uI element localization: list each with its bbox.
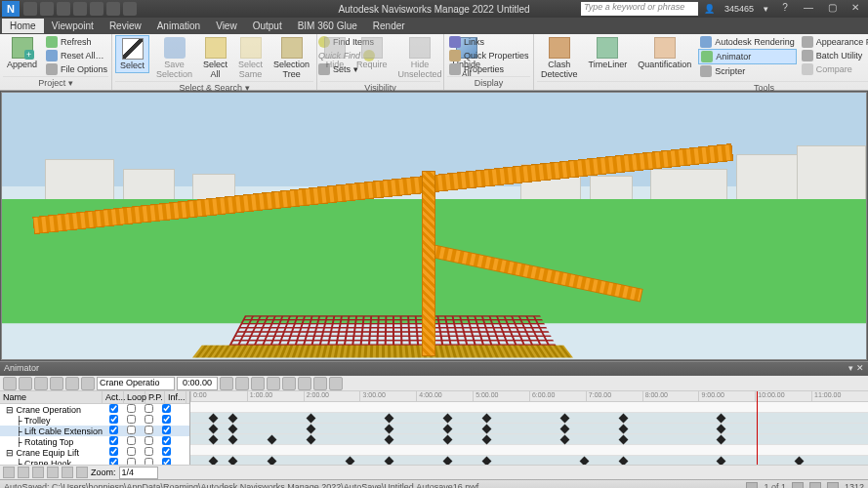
timeline-track[interactable] <box>190 445 868 456</box>
keyframe[interactable] <box>443 457 453 465</box>
keyframe[interactable] <box>482 425 492 434</box>
links-button[interactable]: Links <box>447 35 531 49</box>
compare-button[interactable]: Compare <box>800 62 868 76</box>
keyframe[interactable] <box>385 457 394 465</box>
tree-row[interactable]: ⊟ Crane Operation <box>0 404 189 415</box>
keyframe[interactable] <box>560 425 570 434</box>
keyframe[interactable] <box>619 425 629 434</box>
keyframe[interactable] <box>209 425 219 434</box>
disk-icon[interactable] <box>809 482 821 488</box>
keyframe[interactable] <box>717 414 726 424</box>
user-dropdown-icon[interactable]: ▾ <box>764 4 768 14</box>
tab-bim360[interactable]: BIM 360 Glue <box>290 19 365 33</box>
keyframe[interactable] <box>385 425 394 434</box>
keyframe[interactable] <box>443 425 453 434</box>
rotate-icon[interactable] <box>19 377 32 390</box>
appearance-profiler-button[interactable]: Appearance Profiler <box>800 35 868 49</box>
play-icon[interactable] <box>298 377 311 390</box>
fast-fwd-icon[interactable] <box>329 377 343 390</box>
animator-button[interactable]: Animator <box>698 49 797 64</box>
tab-home[interactable]: Home <box>2 19 44 33</box>
qat-print-icon[interactable] <box>73 2 87 16</box>
reset-all-button[interactable]: Reset All… <box>44 49 109 62</box>
time-display[interactable]: 0:00.00 <box>177 377 218 390</box>
keyframe[interactable] <box>795 457 805 465</box>
tab-animation[interactable]: Animation <box>149 19 208 33</box>
keyframe[interactable] <box>228 435 238 445</box>
tab-output[interactable]: Output <box>245 19 290 33</box>
qat-save-icon[interactable] <box>57 2 70 16</box>
add-camera-icon[interactable] <box>18 467 29 478</box>
step-fwd-icon[interactable] <box>313 377 327 390</box>
timeline-track[interactable] <box>190 402 868 413</box>
keyframe[interactable] <box>346 457 355 465</box>
tree-row[interactable]: ├ Lift Cable Extension <box>0 426 189 436</box>
require-button[interactable]: Require <box>352 35 392 71</box>
properties-button[interactable]: Properties <box>447 62 531 76</box>
scene-selector[interactable]: Crane Operatio <box>97 377 175 390</box>
play-back-icon[interactable] <box>251 377 265 390</box>
select-button[interactable]: Select <box>115 35 149 73</box>
user-icon[interactable]: 👤 <box>704 4 715 14</box>
viewport-3d[interactable] <box>1 92 867 360</box>
keyframe[interactable] <box>385 435 394 445</box>
transparency-icon[interactable] <box>65 377 79 390</box>
keyframe[interactable] <box>619 457 629 465</box>
tab-review[interactable]: Review <box>102 19 149 33</box>
delete-icon[interactable] <box>47 467 59 478</box>
keyframe[interactable] <box>307 414 316 424</box>
hide-button[interactable]: Hide <box>320 35 350 71</box>
scripter-button[interactable]: Scripter <box>698 64 797 78</box>
keyframe[interactable] <box>482 457 492 465</box>
select-all-button[interactable]: Select All <box>199 35 231 81</box>
translate-icon[interactable] <box>3 377 17 390</box>
keyframe[interactable] <box>443 414 453 424</box>
keyframe[interactable] <box>560 414 570 424</box>
move-up-icon[interactable] <box>62 467 73 478</box>
timeliner-button[interactable]: TimeLiner <box>585 35 632 71</box>
save-selection-button[interactable]: Save Selection <box>152 35 196 81</box>
tree-row[interactable]: ├ Trolley <box>0 415 189 426</box>
keyframe[interactable] <box>385 414 394 424</box>
keyframe[interactable] <box>560 435 570 445</box>
qat-redo-icon[interactable] <box>106 2 120 16</box>
keyframe[interactable] <box>268 457 277 465</box>
tree-row[interactable]: ⊟ Crane Equip Lift <box>0 447 189 458</box>
clash-detective-button[interactable]: Clash Detective <box>537 35 582 81</box>
keyframe[interactable] <box>482 435 492 445</box>
rewind-icon[interactable] <box>220 377 233 390</box>
keyframe[interactable] <box>619 414 629 424</box>
batch-utility-button[interactable]: Batch Utility <box>800 49 868 62</box>
append-button[interactable]: Append <box>3 35 41 71</box>
scale-icon[interactable] <box>34 377 48 390</box>
sheet-prev-icon[interactable] <box>746 482 758 488</box>
move-down-icon[interactable] <box>76 467 88 478</box>
tab-view[interactable]: View <box>208 19 245 33</box>
keyframe[interactable] <box>717 457 726 465</box>
color-icon[interactable] <box>50 377 63 390</box>
tab-viewpoint[interactable]: Viewpoint <box>44 19 102 33</box>
sheet-next-icon[interactable] <box>792 482 804 488</box>
file-options-button[interactable]: File Options <box>44 62 109 76</box>
pause-icon[interactable] <box>282 377 296 390</box>
keyframe[interactable] <box>209 457 219 465</box>
timeline-track[interactable] <box>190 456 868 465</box>
keyframe[interactable] <box>228 414 238 424</box>
user-name[interactable]: 345465 <box>724 4 754 14</box>
keyframe[interactable] <box>307 435 316 445</box>
zoom-selector[interactable]: 1/4 <box>119 467 158 479</box>
timeline-track[interactable] <box>190 413 868 424</box>
select-same-button[interactable]: Select Same <box>234 35 267 81</box>
stop-icon[interactable] <box>267 377 280 390</box>
timeline-track[interactable] <box>190 424 868 434</box>
close-button[interactable]: ✕ <box>845 2 866 16</box>
help-icon[interactable]: ? <box>774 2 796 16</box>
keyframe[interactable] <box>209 414 219 424</box>
keyframe[interactable] <box>580 457 590 465</box>
keyframe[interactable] <box>228 457 238 465</box>
selection-tree-button[interactable]: Selection Tree <box>269 35 313 81</box>
keyframe[interactable] <box>228 425 238 434</box>
qat-new-icon[interactable] <box>23 2 37 16</box>
tab-render[interactable]: Render <box>365 19 413 33</box>
panel-toggle-icon[interactable]: ▾ ✕ <box>848 363 864 375</box>
